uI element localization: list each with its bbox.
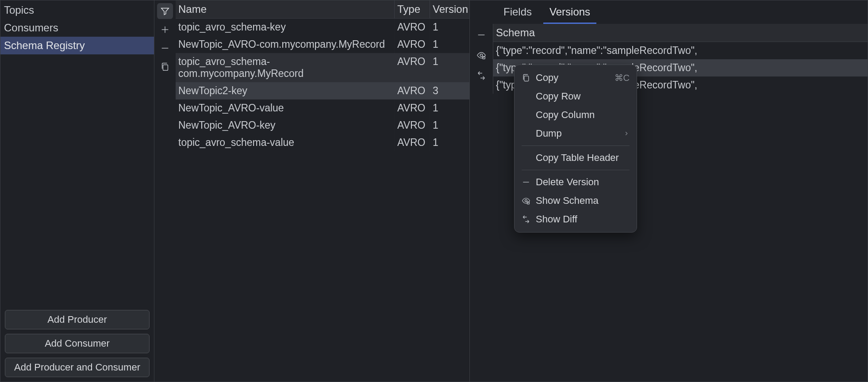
cell-type: AVRO (395, 19, 430, 36)
menu-label: Show Diff (536, 214, 630, 225)
menu-item-dump[interactable]: Dump (517, 124, 634, 143)
menu-label: Dump (536, 128, 619, 139)
menu-item-copy-table-header[interactable]: Copy Table Header (517, 149, 634, 167)
menu-label: Show Schema (536, 195, 630, 206)
menu-label: Copy Column (536, 109, 630, 121)
cell-version: 3 (430, 82, 468, 99)
sidebar-nav: Topics Consumers Schema Registry (0, 0, 154, 306)
copy-icon (521, 73, 531, 83)
table-row[interactable]: NewTopic_AVRO-com.mycompany.MyRecord AVR… (176, 36, 469, 53)
diff-icon[interactable] (472, 67, 490, 84)
svg-point-1 (480, 54, 483, 57)
svg-rect-3 (524, 76, 529, 81)
menu-label: Copy Row (536, 91, 630, 102)
menu-item-copy-row[interactable]: Copy Row (517, 87, 634, 106)
menu-label: Copy Table Header (536, 152, 630, 164)
center-panel: Name Type Version topic_avro_schema-key … (154, 0, 470, 382)
minus-icon[interactable] (157, 40, 173, 56)
table-header: Name Type Version (176, 0, 469, 19)
column-header-version[interactable]: Version (430, 0, 471, 18)
cell-name: topic_avro_schema-com.mycompany.MyRecord (176, 53, 395, 82)
table-row[interactable]: topic_avro_schema-value AVRO 1 (176, 134, 469, 151)
cell-type: AVRO (395, 99, 430, 117)
plus-icon[interactable] (157, 22, 173, 38)
menu-label: Copy (536, 72, 610, 84)
table-row[interactable]: NewTopic2-key AVRO 3 (176, 82, 469, 99)
schema-row[interactable]: {"type":"record","name":"sampleRecordTwo… (493, 42, 868, 59)
chevron-right-icon (623, 128, 630, 139)
tabs: Fields Versions (493, 0, 868, 24)
copy-icon[interactable] (157, 59, 173, 75)
table-row[interactable]: NewTopic_AVRO-key AVRO 1 (176, 117, 469, 134)
cell-type: AVRO (395, 134, 430, 151)
cell-type: AVRO (395, 117, 430, 134)
app-root: Topics Consumers Schema Registry Add Pro… (0, 0, 868, 382)
center-toolbar (154, 0, 176, 382)
table-row[interactable]: NewTopic_AVRO-value AVRO 1 (176, 99, 469, 117)
eye-schema-icon[interactable] (472, 46, 490, 64)
sidebar-item-topics[interactable]: Topics (0, 1, 154, 19)
menu-item-delete-version[interactable]: Delete Version (517, 173, 634, 191)
blank-icon (521, 128, 531, 139)
table-body: topic_avro_schema-key AVRO 1 NewTopic_AV… (176, 19, 469, 151)
schema-table: Name Type Version topic_avro_schema-key … (176, 0, 469, 382)
column-header-name[interactable]: Name (176, 0, 395, 18)
sidebar-buttons: Add Producer Add Consumer Add Producer a… (0, 306, 154, 382)
cell-name: topic_avro_schema-value (176, 134, 395, 151)
minus-icon (521, 177, 531, 187)
cell-type: AVRO (395, 36, 430, 53)
blank-icon (521, 91, 531, 102)
column-header-schema[interactable]: Schema (493, 24, 868, 42)
blank-icon (521, 153, 531, 163)
menu-item-copy[interactable]: Copy ⌘C (517, 69, 634, 87)
cell-version: 1 (430, 134, 468, 151)
menu-separator (522, 170, 630, 170)
menu-item-show-schema[interactable]: Show Schema (517, 191, 634, 210)
sidebar-item-schema-registry[interactable]: Schema Registry (0, 37, 154, 54)
cell-version: 1 (430, 36, 468, 53)
minus-icon[interactable] (472, 26, 490, 44)
cell-version: 1 (430, 99, 468, 117)
column-header-type[interactable]: Type (395, 0, 430, 18)
cell-type: AVRO (395, 82, 430, 99)
svg-rect-0 (163, 65, 168, 70)
eye-schema-icon (521, 195, 531, 206)
table-row[interactable]: topic_avro_schema-com.mycompany.MyRecord… (176, 53, 469, 82)
cell-name: NewTopic_AVRO-com.mycompany.MyRecord (176, 36, 395, 53)
sidebar-item-consumers[interactable]: Consumers (0, 19, 154, 37)
add-consumer-button[interactable]: Add Consumer (5, 334, 150, 353)
cell-name: NewTopic2-key (176, 82, 395, 99)
blank-icon (521, 110, 531, 120)
menu-item-copy-column[interactable]: Copy Column (517, 106, 634, 124)
add-producer-and-consumer-button[interactable]: Add Producer and Consumer (5, 358, 150, 377)
cell-version: 1 (430, 117, 468, 134)
diff-icon (521, 214, 531, 225)
cell-version: 1 (430, 19, 468, 36)
context-menu: Copy ⌘C Copy Row Copy Column Dump Copy T… (514, 65, 637, 233)
sidebar: Topics Consumers Schema Registry Add Pro… (0, 0, 154, 382)
menu-shortcut: ⌘C (615, 73, 630, 83)
cell-type: AVRO (395, 53, 430, 82)
cell-name: NewTopic_AVRO-value (176, 99, 395, 117)
right-toolbar (470, 0, 493, 382)
menu-label: Delete Version (536, 176, 630, 188)
cell-name: NewTopic_AVRO-key (176, 117, 395, 134)
tab-versions[interactable]: Versions (543, 1, 596, 24)
menu-item-show-diff[interactable]: Show Diff (517, 210, 634, 229)
cell-version: 1 (430, 53, 468, 82)
tab-fields[interactable]: Fields (497, 1, 538, 24)
filter-icon[interactable] (157, 3, 173, 19)
table-row[interactable]: topic_avro_schema-key AVRO 1 (176, 19, 469, 36)
svg-point-4 (525, 200, 527, 202)
cell-name: topic_avro_schema-key (176, 19, 395, 36)
menu-separator (522, 145, 630, 146)
add-producer-button[interactable]: Add Producer (5, 310, 150, 329)
